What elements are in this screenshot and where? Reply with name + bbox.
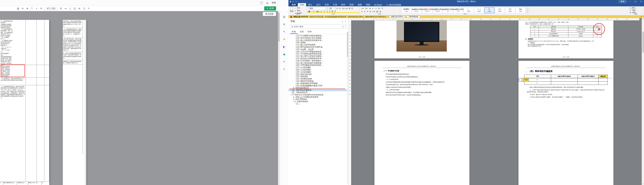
signature-tool-icon[interactable]: ✒ [282, 59, 287, 64]
nav-heading-item[interactable]: (16) 电焊机 [288, 41, 348, 44]
shape-tool-icon[interactable]: ◧ [282, 44, 287, 49]
close-button[interactable]: ✕ [638, 0, 644, 3]
style-item[interactable]: （1） 标题4 [495, 7, 505, 13]
nav-heading-item[interactable]: (22) 单人绳手心肺复苏实操智… [288, 55, 348, 57]
nav-heading-item[interactable]: (*) 投标方认为有必要补充的其他信息 [288, 94, 348, 96]
nav-heading-item[interactable]: 4. 详细评审响应 [288, 100, 348, 103]
edit-pen-tool-icon[interactable]: ✎ [282, 29, 287, 34]
nav-heading-item[interactable]: (32) 培训教室桌椅 [288, 78, 348, 80]
ribbon-tab[interactable]: 开始 [298, 3, 306, 6]
signature-panel-tab[interactable]: 签名面板 [263, 12, 276, 16]
pdf-login-button[interactable]: 登录 [272, 1, 276, 5]
save-icon[interactable]: ▦ [290, 1, 291, 3]
style-item[interactable]: AaBbC 1正文 [402, 7, 412, 13]
gallery-down-icon[interactable]: ▾ [526, 10, 529, 11]
align-right-button[interactable]: ≡ [366, 10, 369, 13]
scrollbar-thumb[interactable] [642, 32, 644, 53]
nav-heading-item[interactable]: 2. 初步评审响应 [288, 98, 348, 100]
undo-icon[interactable]: ↶ [292, 1, 294, 3]
find-button[interactable]: 查找 ▾ [630, 7, 642, 9]
style-item[interactable]: AaBbCcDd font41 [432, 7, 442, 13]
next-page-icon[interactable]: ↓ [34, 7, 38, 10]
font-family-combo[interactable]: 宋体▾ [308, 7, 327, 10]
style-item[interactable]: 一、 标题2 [464, 7, 474, 13]
highlight-color-button[interactable]: ab [307, 10, 359, 13]
phonetic-guide-button[interactable]: 拼 [348, 7, 351, 10]
nav-heading-item[interactable]: 4. 特种设备测试仪 [288, 87, 348, 89]
close-icon[interactable]: ✕ [640, 16, 642, 18]
copy-button[interactable]: ⧉ 复制 [294, 10, 302, 12]
style-item[interactable]: AaBbCcDd p0 [443, 7, 453, 13]
line-spacing-button[interactable]: ↕≡ [372, 10, 376, 13]
nav-heading-item[interactable]: (14) 塔吊升降进行演示实操智… [288, 37, 348, 39]
ribbon-tab[interactable]: 插入 [306, 3, 314, 6]
ribbon-tab[interactable]: 帮助 [364, 3, 372, 6]
scroll-down-icon[interactable]: ▾ [642, 183, 644, 184]
nav-heading-item[interactable]: (28) 台式机电脑2 [288, 69, 348, 71]
nav-heading-item[interactable]: (18) 脚手架钢管/扣件/木脚手板 [288, 46, 348, 48]
align-center-button[interactable]: ≡ [364, 10, 366, 13]
tell-me-search[interactable]: 操作说明搜索 [386, 4, 401, 6]
nav-options-caret-icon[interactable]: ▾ [342, 20, 343, 23]
page-thumbnails-tool-icon[interactable]: ▤ [282, 14, 287, 19]
shrink-font-button[interactable]: A⁻ [339, 7, 342, 10]
maximize-button[interactable]: □ [632, 0, 638, 3]
document-search-box[interactable]: ▾ [290, 25, 347, 29]
nav-heading-item[interactable]: (31) 音响设备 [288, 75, 348, 78]
style-item[interactable]: （一） 标题3 [474, 7, 484, 13]
red-annotation-box[interactable] [1, 64, 25, 77]
style-item[interactable]: Aa 标题 [516, 7, 526, 13]
print-icon[interactable]: ⊟ [59, 7, 63, 10]
nav-heading-item[interactable]: (27) 台式机电脑1 [288, 66, 348, 69]
nav-heading-item[interactable]: (23) 创伤包扎实操智能培训考… [288, 57, 348, 60]
nav-heading-item[interactable]: (29) 台式机电脑3 [288, 71, 348, 73]
pdf-vertical-scrollbar[interactable] [278, 11, 280, 185]
nav-heading-item[interactable]: (26) CPRQ髋复苏急救训练模… [288, 64, 348, 66]
nav-heading-item[interactable]: (21) 灭火器的选择和使用实操… [288, 53, 348, 55]
word-login-button[interactable]: 登录 [618, 0, 627, 3]
decrease-indent-button[interactable]: ⇤ [372, 7, 374, 10]
word-page-404[interactable]: 盘锦市兴隆台区公司成人职业教育中心--招标文件-- 、（四）商务和技术偏差表 序… [518, 61, 614, 185]
borders-button[interactable]: ⊞ [379, 10, 382, 13]
ribbon-tab[interactable]: 引用 [331, 3, 339, 6]
redo-icon[interactable]: ↷ [295, 1, 297, 3]
align-left-button[interactable]: ≡ [361, 10, 363, 13]
single-page-icon[interactable]: ▯ [68, 7, 72, 10]
nav-heading-item[interactable]: (20) 正压式空气呼吸器的使用… [288, 51, 348, 53]
style-item[interactable]: AaBbCcDd p16 [453, 7, 463, 13]
attachment-tool-icon[interactable]: ✇ [282, 67, 287, 72]
nav-heading-item[interactable]: (34) 多媒体教室专用课椅 [288, 82, 348, 85]
book-view-icon[interactable]: ⧉ [78, 7, 82, 10]
nav-heading-item[interactable]: (15) 单人吊装遮洗实训操作实… [288, 39, 348, 42]
shading-button[interactable]: ◧ [376, 10, 379, 13]
word-page-402[interactable]: 输（*）内作为联动或格外追踪显示设备，其车号为（M/）；说明（H8M4）结果…续… [518, 20, 614, 59]
nav-close-icon[interactable]: ✕ [345, 20, 346, 23]
ribbon-tab[interactable]: 布局 [322, 3, 331, 6]
learn-more-button[interactable]: 了解详细信息 [406, 16, 420, 18]
fit-width-icon[interactable]: ⇔ [64, 7, 68, 10]
word-vertical-scrollbar[interactable]: ▴ ▾ [642, 18, 644, 185]
ribbon-tab[interactable]: 视图 [356, 3, 364, 6]
page-number-indicator[interactable]: 47 / 120 [45, 7, 57, 10]
nav-pane-tab[interactable]: 标题 [290, 30, 298, 34]
nav-pane-tab[interactable]: 页面 [298, 30, 306, 34]
ribbon-tab[interactable]: 文件 [290, 3, 298, 6]
two-page-view-icon[interactable]: ▯▯ [73, 7, 77, 10]
comment-icon[interactable]: ❏ [82, 7, 86, 10]
highlight-tool-icon[interactable]: ✦ [282, 37, 287, 42]
cut-button[interactable]: ✂ 剪切 [294, 7, 302, 9]
justify-button[interactable]: ≣ [369, 10, 372, 13]
stamp-tool-icon[interactable]: ◉ [282, 52, 287, 57]
ribbon-tab[interactable]: 审阅 [347, 3, 356, 6]
nav-heading-item[interactable]: （五）评标说明文件 [288, 91, 348, 94]
bullet-list-button[interactable]: •≡ [361, 7, 364, 10]
paragraph-marks-button[interactable]: ¶ [381, 7, 383, 10]
style-item[interactable]: AaBbCcDd font11 [422, 7, 432, 13]
numbered-list-button[interactable]: 1≡ [365, 7, 368, 10]
multilevel-list-button[interactable]: ⁝≡ [368, 7, 371, 10]
nav-heading-item[interactable]: (24) K1/K3绳的一体机智能问… [288, 60, 348, 62]
nav-heading-item[interactable]: (35) 高清电脑摄像头像素720P [288, 85, 348, 87]
help-icon[interactable]: ? [260, 1, 263, 5]
nav-heading-item[interactable]: (17) 施工实训考核装置 [288, 44, 348, 46]
sort-button[interactable]: A↓ [378, 7, 381, 10]
